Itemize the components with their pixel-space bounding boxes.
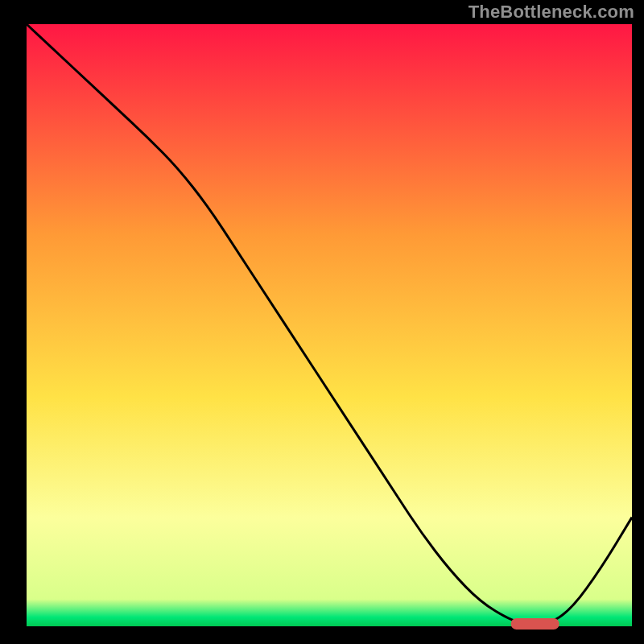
plot-area	[27, 24, 632, 626]
optimal-range-marker	[511, 618, 559, 630]
chart-svg	[0, 0, 644, 644]
watermark-text: TheBottleneck.com	[469, 2, 634, 23]
chart-stage: TheBottleneck.com	[0, 0, 644, 644]
